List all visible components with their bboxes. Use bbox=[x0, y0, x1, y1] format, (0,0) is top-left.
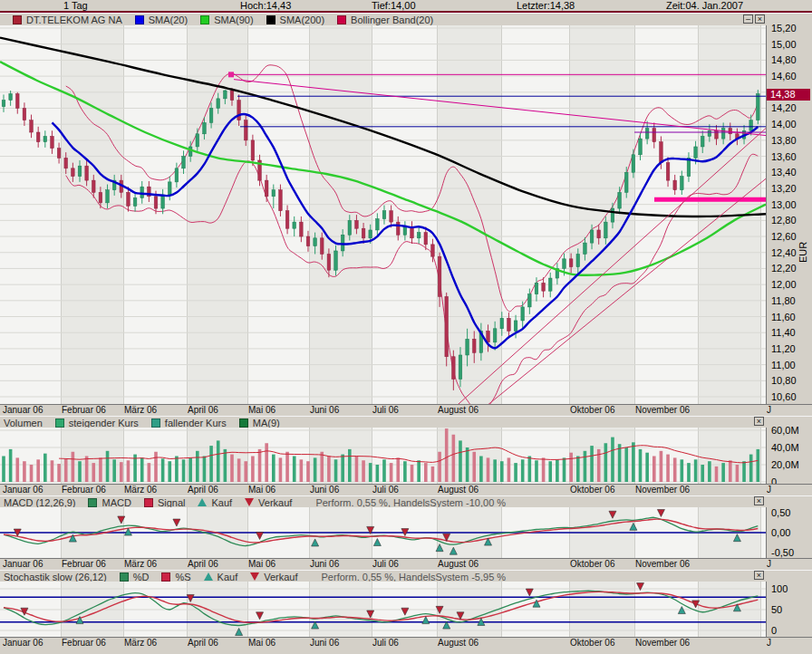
month-label: März 06 bbox=[124, 405, 157, 415]
month-label: Juni 06 bbox=[310, 405, 339, 415]
line-handle-marker[interactable] bbox=[228, 72, 234, 77]
month-label: August 06 bbox=[438, 559, 478, 569]
y-axis-tick: 13,80 bbox=[771, 135, 797, 146]
legend-swatch-icon bbox=[266, 15, 276, 24]
last-label: Letzter:14,38 bbox=[517, 0, 575, 11]
month-label: November 06 bbox=[635, 405, 690, 415]
month-label: Juli 06 bbox=[372, 485, 399, 495]
close-icon-macd-panel[interactable]: × bbox=[754, 496, 764, 505]
info-bar: 1 Tag Hoch:14,43 Tief:14,00 Letzter:14,3… bbox=[0, 0, 812, 13]
y-axis-tick: 40,0M bbox=[771, 442, 799, 453]
month-label: Juli 06 bbox=[372, 559, 399, 569]
legend-item: fallender Kurs bbox=[151, 418, 227, 428]
legend-item-label: %S bbox=[175, 572, 190, 582]
legend-swatch-icon bbox=[120, 572, 129, 582]
x-axis-months-stochastic: Januar 06Februar 06März 06April 06Mai 06… bbox=[0, 637, 812, 649]
stochastic-title: Stochastik slow (26,12) bbox=[4, 572, 107, 582]
x-axis-months-main: Januar 06Februar 06März 06April 06Mai 06… bbox=[0, 404, 812, 416]
legend-item-label: Verkauf bbox=[258, 497, 292, 508]
x-axis-months-macd: Januar 06Februar 06März 06April 06Mai 06… bbox=[0, 558, 812, 570]
legend-item-label: Kauf bbox=[218, 572, 238, 582]
macd-title: MACD (12,26,9) bbox=[4, 497, 75, 508]
y-axis-tick: 10,80 bbox=[771, 375, 797, 386]
month-label: März 06 bbox=[124, 485, 157, 495]
price-axis-unit: EUR bbox=[798, 242, 808, 263]
month-label: J bbox=[767, 405, 771, 415]
price-chart-plot[interactable] bbox=[0, 25, 767, 404]
close-icon-volume-panel[interactable]: × bbox=[754, 417, 764, 426]
y-axis-tick: 15,00 bbox=[771, 39, 797, 50]
month-label: August 06 bbox=[438, 405, 478, 415]
month-label: Juni 06 bbox=[310, 485, 339, 495]
last-price-badge: 14,38 bbox=[767, 89, 810, 101]
verkauf-triangle-icon bbox=[250, 572, 259, 581]
month-label: Januar 06 bbox=[3, 559, 43, 569]
month-label: Juni 06 bbox=[310, 559, 339, 569]
y-axis-tick: 0 bbox=[771, 625, 777, 636]
month-label: Mai 06 bbox=[248, 638, 276, 648]
legend-item-label: Bollinger Band(20) bbox=[351, 14, 433, 25]
y-axis-tick: 10,60 bbox=[771, 391, 797, 402]
y-axis-tick: 20,0M bbox=[771, 459, 799, 470]
y-axis-tick: 11,40 bbox=[771, 327, 796, 338]
month-label: Mai 06 bbox=[248, 485, 276, 495]
month-label: April 06 bbox=[188, 559, 218, 569]
legend-swatch-icon bbox=[144, 498, 153, 507]
legend-item-label: Kauf bbox=[211, 497, 232, 508]
legend-swatch-icon bbox=[135, 15, 144, 24]
legend-item-label: fallender Kurs bbox=[165, 418, 227, 428]
month-label: Februar 06 bbox=[62, 485, 106, 495]
month-label: November 06 bbox=[635, 485, 690, 495]
month-label: Januar 06 bbox=[3, 638, 43, 648]
macd-axis: 0,500,00-0,50 bbox=[767, 507, 812, 558]
y-axis-tick: 14,60 bbox=[771, 71, 797, 82]
y-axis-tick: -0,50 bbox=[771, 547, 794, 558]
y-axis-tick: 11,20 bbox=[771, 343, 796, 354]
macd-canvas bbox=[0, 507, 766, 558]
y-axis-tick: 12,60 bbox=[771, 231, 797, 242]
legend-item: %S bbox=[161, 572, 190, 582]
close-icon[interactable]: × bbox=[755, 14, 765, 24]
volume-canvas bbox=[0, 428, 766, 484]
price-chart-canvas bbox=[0, 25, 766, 404]
legend-swatch-icon bbox=[55, 418, 64, 428]
stochastic-plot[interactable] bbox=[0, 582, 767, 637]
legend-item-label: SMA(90) bbox=[214, 14, 253, 25]
month-label: Juni 06 bbox=[310, 638, 339, 648]
legend-item: Signal bbox=[144, 497, 186, 508]
month-label: Oktober 06 bbox=[570, 638, 614, 648]
legend-swatch-icon bbox=[337, 15, 346, 24]
month-label: J bbox=[767, 485, 771, 495]
legend-item: SMA(200) bbox=[266, 14, 325, 25]
legend-item: Verkauf bbox=[250, 572, 297, 582]
verkauf-triangle-icon bbox=[245, 498, 254, 506]
period-label: 1 Tag bbox=[63, 0, 88, 11]
legend-item: Kauf bbox=[198, 497, 232, 508]
legend-item: SMA(20) bbox=[135, 14, 188, 25]
legend-item-label: DT.TELEKOM AG NA bbox=[26, 14, 122, 25]
performance-text: Perform. 0,55 %, HandelsSystem -10,00 % bbox=[315, 497, 506, 508]
legend-item-label: MACD bbox=[102, 497, 130, 508]
month-label: November 06 bbox=[635, 559, 690, 569]
legend-item-label: Verkauf bbox=[264, 572, 297, 582]
price-axis: 14,38 EUR 15,2015,0014,8014,6014,2014,00… bbox=[767, 25, 812, 404]
close-icon-stochastic-panel[interactable]: × bbox=[754, 571, 764, 580]
y-axis-tick: 13,60 bbox=[771, 151, 797, 162]
y-axis-tick: 100 bbox=[771, 583, 788, 594]
legend-item-label: Signal bbox=[158, 497, 186, 508]
month-label: J bbox=[767, 638, 771, 648]
y-axis-tick: 11,80 bbox=[771, 295, 796, 306]
low-label: Tief:14,00 bbox=[372, 0, 416, 11]
y-axis-tick: 15,20 bbox=[771, 23, 797, 34]
volume-plot[interactable] bbox=[0, 428, 767, 484]
month-label: April 06 bbox=[188, 638, 218, 648]
y-axis-tick: 12,00 bbox=[771, 279, 797, 290]
month-label: August 06 bbox=[438, 485, 478, 495]
minimize-icon[interactable]: ‒ bbox=[743, 14, 753, 24]
legend-item: Kauf bbox=[204, 572, 238, 582]
macd-plot[interactable] bbox=[0, 507, 767, 558]
legend-item: %D bbox=[120, 572, 150, 582]
y-axis-tick: 14,80 bbox=[771, 54, 797, 65]
month-label: Mai 06 bbox=[248, 405, 276, 415]
volume-axis: 60,0M40,0M20,0M0 bbox=[767, 428, 812, 484]
